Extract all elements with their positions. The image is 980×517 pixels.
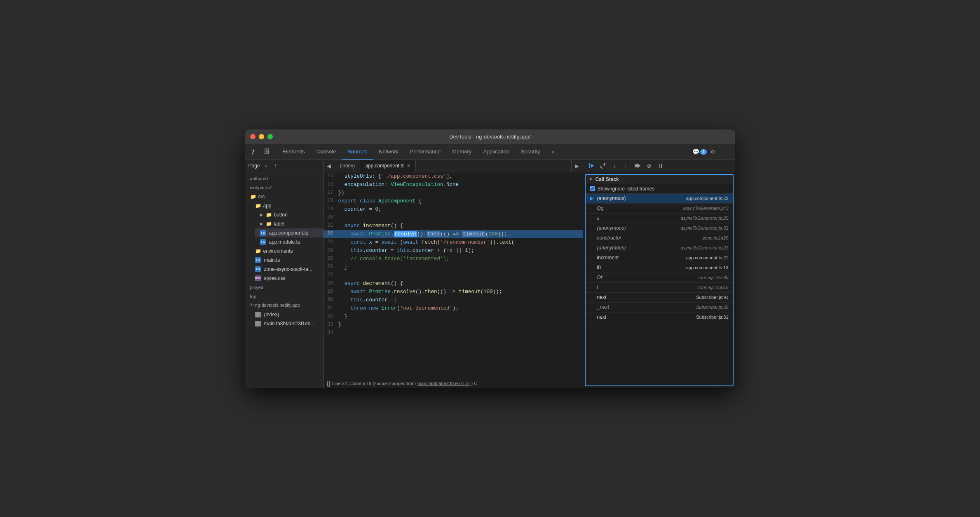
ts-file-icon: TS [255,266,261,272]
step-over-btn[interactable] [598,161,608,171]
tab-application[interactable]: Application [477,144,515,160]
pause-on-exceptions-btn[interactable]: ⏸ [656,161,666,171]
code-line-27: 27 [324,271,583,280]
close-button[interactable] [250,134,256,139]
call-stack-panel: ▼ Call Stack Show ignore-listed frames ▶… [585,174,734,386]
call-stack-item[interactable]: ▶(anonymous)app.component.ts:22 [586,194,733,204]
editor-forward-btn[interactable]: ▶ [571,160,583,172]
tab-console[interactable]: Console [311,144,342,160]
call-stack-item[interactable]: nextSubscriber.js:31 [586,313,733,322]
tab-performance[interactable]: Performance [404,144,446,160]
sidebar-environments-folder[interactable]: 📁 environments [250,247,323,256]
call-stack-header[interactable]: ▼ Call Stack [586,175,733,184]
call-stack-item[interactable]: i0app.component.ts:13 [586,263,733,273]
sidebar-authored[interactable]: authored [245,174,323,183]
curly-braces-icon: {} [327,380,331,387]
call-stack-fn-name: (anonymous) [597,195,686,201]
svg-marker-6 [635,163,640,168]
tab-network[interactable]: Network [373,144,404,160]
resume-btn[interactable] [586,161,596,171]
call-stack-location: Subscriber.js:31 [696,315,728,320]
code-line-24: 24 this.counter = this.counter + (+x || … [324,247,583,255]
settings-btn[interactable]: ⚙ [707,146,719,157]
call-stack-item[interactable]: Ofcore.mjs:15780 [586,273,733,283]
sidebar-ployed[interactable]: ployed [245,283,323,292]
sidebar-styles-css[interactable]: CSS styles.css [250,274,323,283]
file-sidebar: Page » ⋮ authored webpack:// 📁 src 📁 app [245,160,324,388]
sidebar-menu-btn[interactable]: ⋮ [272,162,280,170]
call-stack-item[interactable]: incrementapp.component.ts:21 [586,253,733,263]
tab-memory[interactable]: Memory [446,144,477,160]
tab-security[interactable]: Security [515,144,546,160]
code-line-34: 34 [324,329,583,337]
call-stack-location: core.mjs:15815 [697,285,728,290]
sidebar-top[interactable]: top [245,292,323,301]
folder-icon: 📁 [255,248,262,254]
call-stack-item[interactable]: QgasyncToGenerator.js:3 [586,204,733,214]
show-ignore-checkbox[interactable] [590,186,595,191]
sidebar-button-folder[interactable]: ▶ 📁 button [255,210,323,219]
sidebar-main-ts[interactable]: TS main.ts [250,256,323,265]
minimize-button[interactable] [259,134,264,139]
sidebar-main-bundle[interactable]: f main.fa8bfa0e23f1eb... [250,319,323,328]
sidebar-src-folder[interactable]: 📁 src [245,192,323,201]
window-title: DevTools - ng-devtools.netlify.app/ [449,134,531,140]
sidebar-header: Page » ⋮ [245,160,323,172]
device-icon[interactable] [263,147,272,157]
tab-close-btn[interactable]: × [407,163,410,169]
tab-more[interactable]: » [546,144,560,160]
editor-area: ◀ (index) app.component.ts × ▶ 15 styleU… [324,160,583,388]
devtools-nav: Elements Console Sources Network Perform… [245,144,735,160]
step-btn[interactable] [633,161,642,171]
call-stack-fn-name: increment [597,255,686,261]
editor-tab-app-component[interactable]: app.component.ts × [360,160,416,172]
sidebar-zone-ts[interactable]: TS zone-async-stack-ta... [250,265,323,274]
code-line-32: 32 } [324,313,583,321]
css-file-icon: CSS [255,275,261,281]
code-editor[interactable]: 15 styleUrls: ['./app.component.css'], 1… [324,172,583,379]
deactivate-breakpoints-btn[interactable]: ⊘ [644,161,654,171]
sidebar-app-folder[interactable]: 📁 app [250,201,323,210]
code-line-26: 26 } [324,263,583,271]
inspect-icon[interactable] [250,147,260,157]
sidebar-index-file[interactable]: f (index) [250,310,323,319]
call-stack-location: asyncToGenerator.js:3 [683,206,729,211]
more-options-btn[interactable]: ⋮ [720,146,732,157]
console-badge-btn[interactable]: 💬 1 [694,146,706,157]
code-line-16: 16 encapsulation: ViewEncapsulation.None [324,181,583,189]
show-ignore-label: Show ignore-listed frames [598,186,655,192]
step-into-btn[interactable]: ↓ [610,161,619,171]
call-stack-item[interactable]: _nextSubscriber.js:60 [586,303,733,313]
call-stack-item[interactable]: nextSubscriber.js:91 [586,293,733,303]
sidebar-app-module-ts[interactable]: TS app.module.ts [255,237,323,247]
sidebar-more-btn[interactable]: » [262,162,270,170]
call-stack-location: zone.js:1429 [703,235,728,240]
source-map-link[interactable]: main.fa8bfa0e23f1eb71.js [417,381,470,386]
step-out-btn[interactable]: ↑ [621,161,631,171]
call-stack-location: core.mjs:15780 [697,275,728,280]
call-stack-item[interactable]: constructorzone.js:1429 [586,233,733,243]
editor-tab-index[interactable]: (index) [335,160,361,172]
call-stack-fn-name: i0 [597,265,686,270]
maximize-button[interactable] [267,134,273,139]
call-stack-title: Call Stack [595,176,619,182]
devtools-window: DevTools - ng-devtools.netlify.app/ Elem… [245,129,735,388]
call-stack-item[interactable]: (anonymous)asyncToGenerator.js:32 [586,223,733,233]
sidebar-netlify-domain[interactable]: ↻ ng-devtools.netlify.app [245,301,323,310]
sidebar-label-folder[interactable]: ▶ 📁 label [255,219,323,228]
code-line-19: 19 counter = 0; [324,205,583,214]
folder-icon: 📁 [266,221,272,227]
call-stack-item[interactable]: (anonymous)asyncToGenerator.js:21 [586,243,733,253]
tab-elements[interactable]: Elements [277,144,311,160]
call-stack-location: asyncToGenerator.js:25 [681,216,729,221]
code-line-30: 30 this.counter--; [324,296,583,304]
call-stack-item[interactable]: icore.mjs:15815 [586,283,733,293]
code-line-25: 25 // console.trace('incremented'); [324,255,583,263]
editor-back-btn[interactable]: ◀ [324,160,335,172]
code-line-33: 33 } [324,321,583,329]
ts-file-icon: TS [260,239,266,245]
tab-sources[interactable]: Sources [342,144,373,160]
sidebar-app-component-ts[interactable]: TS app.component.ts [255,228,323,237]
sidebar-webpack[interactable]: webpack:// [245,183,323,192]
call-stack-item[interactable]: sasyncToGenerator.js:25 [586,214,733,223]
